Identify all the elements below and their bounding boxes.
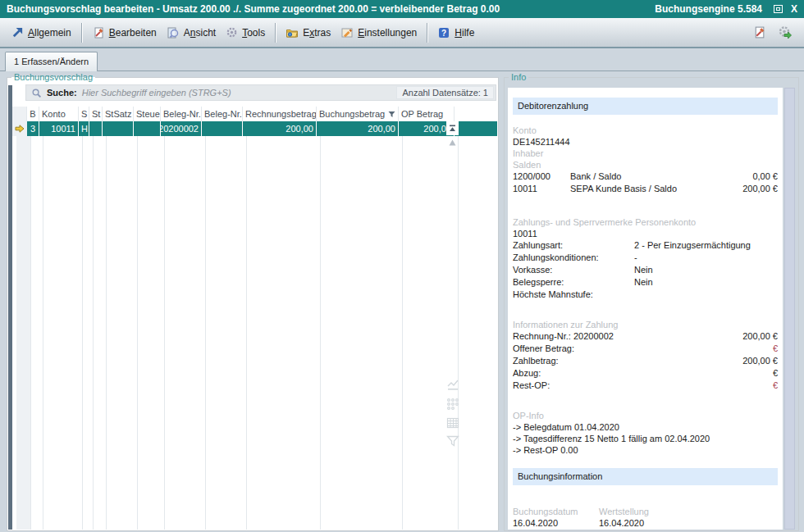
dates-value-row: 16.04.2020 16.04.2020 <box>513 517 778 529</box>
group-info: Info Debitorenzahlung Konto DE145211444 … <box>504 72 799 531</box>
cell-buchungsbetrag[interactable]: 200,00 <box>317 121 399 136</box>
booking-row-selected[interactable]: 3 10011 H 20200002 200,00 200,00 200,00 <box>12 121 497 136</box>
info-panel: Debitorenzahlung Konto DE145211444 Inhab… <box>508 88 783 530</box>
filter-icon[interactable] <box>388 111 395 118</box>
arrow-ne-icon <box>11 26 24 39</box>
folder-icon <box>286 26 299 39</box>
menu-tools[interactable]: Tools <box>221 24 270 41</box>
section-buchungsinformation: Buchungsinformation <box>513 468 778 485</box>
mahnstufe-row: Höchste Mahnstufe: <box>513 289 778 301</box>
toolbar-separator <box>81 23 82 43</box>
close-window-icon[interactable] <box>791 3 797 15</box>
table-tool-icon[interactable] <box>446 416 459 430</box>
rest-op-row: Rest-OP: € <box>513 380 778 392</box>
cell-s[interactable]: H <box>79 121 89 136</box>
svg-text:?: ? <box>441 29 446 38</box>
konto-value: DE145211444 <box>513 136 778 148</box>
cell-beleg-nr-1[interactable]: 20200002 <box>161 121 202 136</box>
col-header-st[interactable]: St <box>89 107 103 121</box>
funnel-tool-icon[interactable] <box>446 435 459 447</box>
sperrvermerke-konto: 10011 <box>513 228 778 239</box>
help-icon: ? <box>437 26 450 39</box>
cell-rechnungsbetrag[interactable]: 200,00 <box>243 121 317 136</box>
sperrvermerke-title: Zahlungs- und Sperrvermerke Personenkont… <box>513 216 778 228</box>
chart-tool-icon[interactable] <box>446 379 459 392</box>
edit-doc-icon <box>92 26 105 39</box>
toolbar-separator <box>427 23 427 43</box>
buchungsdatum-label: Buchungsdatum <box>513 506 599 517</box>
app-version-label: Buchungsengine 5.584 <box>655 3 762 15</box>
dots-grid-tool-icon[interactable] <box>446 398 459 411</box>
menu-hilfe[interactable]: ? Hilfe <box>432 24 479 42</box>
col-header-buchungsbetrag[interactable]: Buchungsbetrag <box>317 107 399 121</box>
dates-label-row: Buchungsdatum Wertstellung <box>513 506 778 517</box>
grid-scroll-buttons <box>446 121 459 149</box>
cell-steue[interactable] <box>134 121 161 136</box>
cell-konto[interactable]: 10011 <box>39 121 79 136</box>
process-export-icon[interactable] <box>778 25 793 39</box>
settings-icon <box>340 26 354 39</box>
zahlungskonditionen-row: Zahlungskonditionen: - <box>513 252 778 264</box>
grid-side-tools <box>446 379 459 447</box>
col-header-op-betrag[interactable]: OP Betrag <box>399 107 455 121</box>
col-header-rechnungsbetrag[interactable]: Rechnungsbetrag <box>243 107 317 121</box>
title-bar: Buchungsvorschlag bearbeiten - Umsatz 20… <box>0 0 804 18</box>
search-label: Suche: <box>47 88 77 98</box>
menu-bearbeiten[interactable]: Bearbeiten <box>87 24 162 42</box>
view-doc-icon <box>167 26 180 39</box>
window-title: Buchungsvorschlag bearbeiten - Umsatz 20… <box>7 3 500 15</box>
record-count-badge: Anzahl Datensätze: 1 <box>396 86 494 99</box>
menu-allgemein[interactable]: Allgemein <box>7 24 76 41</box>
zahlbetrag-row: Zahlbetrag: 200,00 € <box>513 355 778 367</box>
col-header-beleg-nr-1[interactable]: Beleg-Nr. <box>161 107 202 121</box>
op-info-line: -> Belegdatum 01.04.2020 <box>513 421 778 433</box>
offener-betrag-row: Offener Betrag: € <box>513 343 778 355</box>
col-header-s[interactable]: S <box>79 107 89 121</box>
grid-header-row: B Konto S St StSatz Steue Beleg-Nr. Bele… <box>12 107 497 121</box>
content-area: Buchungsvorschlag Suche: Hier Suchbegrif… <box>0 72 804 532</box>
menu-extras[interactable]: Extras <box>281 24 336 42</box>
menu-ansicht[interactable]: Ansicht <box>162 24 221 42</box>
col-header-konto[interactable]: Konto <box>39 107 79 121</box>
toolbar-separator <box>275 23 276 43</box>
cell-b[interactable]: 3 <box>27 121 39 136</box>
edit-document-tool-icon[interactable] <box>752 25 766 39</box>
cell-beleg-nr-2[interactable] <box>202 121 243 136</box>
verwendungszweck-label: Verwendungszweck <box>513 529 778 530</box>
bookings-grid: B Konto S St StSatz Steue Beleg-Nr. Bele… <box>8 107 497 530</box>
op-info-title: OP-Info <box>513 410 778 421</box>
abzug-row: Abzug: € <box>513 367 778 380</box>
search-input[interactable]: Hier Suchbegriff eingeben (STRG+S) <box>82 88 231 98</box>
grid-empty-body <box>16 136 497 530</box>
menu-toolbar: Allgemein Bearbeiten Ansicht Tools <box>0 18 804 48</box>
col-header-stsatz[interactable]: StSatz <box>103 107 134 121</box>
section-debitorenzahlung: Debitorenzahlung <box>513 98 778 115</box>
search-icon <box>31 88 42 98</box>
col-header-beleg-nr-2[interactable]: Beleg-Nr. <box>202 107 243 121</box>
restore-window-icon[interactable] <box>774 5 783 13</box>
menu-einstellungen[interactable]: Einstellungen <box>336 24 422 42</box>
col-header-steue[interactable]: Steue <box>134 107 161 121</box>
rechnung-nr-row: Rechnung-Nr.: 20200002 200,00 € <box>513 330 778 343</box>
belegsperre-row: Belegsperre: Nein <box>513 276 778 289</box>
salden-label: Salden <box>513 159 778 171</box>
cell-stsatz[interactable] <box>103 121 134 136</box>
wertstellung-value: 16.04.2020 <box>599 517 644 529</box>
group-buchungsvorschlag-legend: Buchungsvorschlag <box>11 72 95 82</box>
scroll-up-icon[interactable] <box>446 135 459 149</box>
op-info-line: -> Tagesdifferenz 15 Netto 1 fällig am 0… <box>513 433 778 444</box>
saldo-row: 1200/000 Bank / Saldo 0,00 € <box>513 171 778 183</box>
cell-st[interactable] <box>89 121 103 136</box>
buchungsdatum-value: 16.04.2020 <box>513 517 599 529</box>
col-header-b[interactable]: B <box>27 107 39 121</box>
tab-erfassen-aendern[interactable]: 1 Erfassen/Ändern <box>5 52 98 71</box>
zahlung-title: Informationen zur Zahlung <box>513 319 778 330</box>
inhaber-label: Inhaber <box>513 148 778 159</box>
zahlungsart-row: Zahlungsart: 2 - Per Einzugsermächtigung <box>513 239 778 252</box>
search-bar[interactable]: Suche: Hier Suchbegriff eingeben (STRG+S… <box>25 84 496 101</box>
info-scrollbar[interactable] <box>784 88 795 530</box>
saldo-row: 10011 SEPA Kunde Basis / Saldo 200,00 € <box>513 183 778 195</box>
konto-label: Konto <box>513 125 778 136</box>
scroll-to-top-icon[interactable] <box>446 121 459 135</box>
gear-icon <box>226 26 238 39</box>
